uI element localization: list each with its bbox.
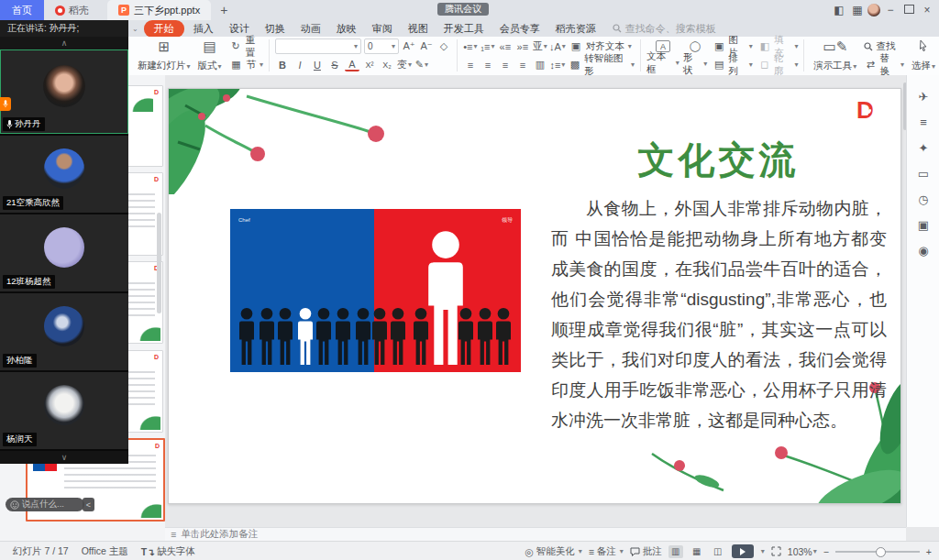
ribbon-tab-docer-resources[interactable]: 稻壳资源 [550,22,602,36]
justify-icon[interactable]: ≡ [515,58,530,71]
export-image-icon[interactable]: ▣ [916,218,931,233]
ribbon-tab-view[interactable]: 视图 [403,22,434,36]
minimize-button[interactable]: − [882,4,899,16]
replace-button[interactable]: ⇄替换▾ [864,57,904,72]
layout-button[interactable]: ▤ 版式▾ [194,37,226,74]
italic-button[interactable]: I [293,58,307,71]
comments-button[interactable]: 批注 [630,545,662,558]
clear-format-icon[interactable]: ◇ [436,39,451,53]
ribbon-tab-insert[interactable]: 插入 [188,22,219,36]
slide-sorter-view-button[interactable]: ▦ [690,545,704,558]
decrease-font-icon[interactable]: A⁻ [419,39,434,53]
window-grid-icon[interactable]: ▦ [849,4,866,16]
increase-indent-icon[interactable]: »≡ [515,39,530,53]
numbered-list-icon[interactable]: ₁≡▾ [481,39,495,53]
reading-view-button[interactable]: ◫ [711,545,725,558]
ribbon-tab-slideshow[interactable]: 放映 [331,22,362,36]
subscript-button[interactable]: X₂ [380,58,394,71]
notes-toggle-button[interactable]: ≡备注▾ [589,545,624,558]
new-tab-button[interactable]: + [211,3,237,17]
seal-icon[interactable]: ◉ [916,244,931,258]
line-spacing-icon[interactable]: ↕≡▾ [550,58,565,71]
underline-button[interactable]: U [310,58,325,71]
ribbon-tab-devtools[interactable]: 开发工具 [438,22,490,36]
fit-window-icon[interactable] [771,546,781,556]
text-box-button[interactable]: 文本框▾ [646,55,679,71]
zoom-level-button[interactable]: 103%▾ [788,546,817,557]
arrange-button[interactable]: ▤排列▾ [713,57,753,72]
superscript-button[interactable]: X² [362,58,377,71]
chat-input[interactable]: 说点什么... [6,498,84,511]
ribbon-tab-transition[interactable]: 切换 [260,22,291,36]
timer-icon[interactable]: ◷ [916,192,931,207]
select-button[interactable]: 选择▾ [908,37,939,74]
ribbon-tab-animation[interactable]: 动画 [295,22,326,36]
zoom-slider[interactable] [835,551,920,553]
chat-collapse-button[interactable]: < [83,498,94,511]
tab-docer[interactable]: 稻壳 [44,0,100,20]
comparison-pictogram-image[interactable]: Chef 领导 [230,209,521,372]
to-smartart-button[interactable]: ▩转智能图形▾ [569,57,635,72]
font-name-select[interactable]: ▾ [275,38,361,54]
close-button[interactable]: × [919,4,935,16]
text-direction-icon[interactable]: ↓A▾ [550,39,565,53]
assistant-icon[interactable]: ✈ [916,90,931,104]
participant-tile[interactable]: 21空乘高欣然 [0,136,128,214]
play-options-caret[interactable]: ▾ [761,547,765,555]
font-color-button[interactable]: A [345,58,359,71]
slide-title[interactable]: 文化交流 [551,135,886,185]
slide-canvas[interactable]: D 文化交流 从食物上，外国人非常排斥动物内脏，而 中国恰恰是能把动物身上所有地… [168,88,901,504]
slideshow-play-button[interactable] [732,544,754,558]
align-center-icon[interactable]: ≡ [481,58,495,71]
bullet-list-icon[interactable]: •≡▾ [463,39,478,53]
tab-home[interactable]: 首页 [0,0,44,20]
maximize-button[interactable] [900,4,917,16]
tab-document[interactable]: P 三下乡ppt.pptx [107,0,211,20]
mic-status-badge[interactable] [0,97,11,111]
user-avatar[interactable] [867,4,880,16]
participant-tile[interactable]: 杨润天 [0,372,128,451]
bold-button[interactable]: B [275,58,290,71]
tencent-meeting-pill[interactable]: 腾讯会议 [437,3,489,16]
collapse-down-icon[interactable]: ∨ [0,451,128,464]
theme-name[interactable]: Office 主题 [82,545,128,558]
char-align-icon[interactable]: 亚▾ [533,39,547,53]
align-right-icon[interactable]: ≡ [498,58,513,71]
ribbon-tab-review[interactable]: 审阅 [367,22,398,36]
font-size-select[interactable]: 0▾ [364,38,399,54]
participant-tile[interactable]: 孙柏隆 [0,293,128,372]
smart-beautify-button[interactable]: ◎智能美化▾ [525,545,581,558]
reset-button[interactable]: ↻重置 [229,38,264,54]
single-window-icon[interactable]: ◧ [831,4,847,16]
ribbon-tab-member[interactable]: 会员专享 [494,22,546,36]
effects-icon[interactable]: ✦ [916,141,931,156]
text-effect-icon[interactable]: 变▾ [397,58,412,71]
align-left-icon[interactable]: ≡ [463,58,478,71]
decrease-indent-icon[interactable]: «≡ [498,39,513,53]
new-slide-button[interactable]: ⊞ 新建幻灯片▾ [134,37,194,74]
zoom-in-button[interactable]: + [926,546,932,557]
participant-tile[interactable]: 12班杨超然 [0,214,128,293]
collapse-up-icon[interactable]: ∧ [0,37,128,49]
zoom-slider-knob[interactable] [876,547,886,557]
participant-tile[interactable]: 孙丹丹 [0,49,128,136]
layout-pane-icon[interactable]: ▭ [916,167,931,181]
quick-access-caret-icon[interactable]: ⌄ [132,25,138,33]
columns-icon[interactable]: ▥ [533,58,547,71]
thumbnail-scrollbar[interactable] [157,213,161,313]
present-tools-button[interactable]: ▭✎ 演示工具▾ [810,37,860,74]
slide-body-text[interactable]: 从食物上，外国人非常排斥动物内脏，而 中国恰恰是能把动物身上所有地方都变成美食的… [551,193,887,435]
shapes-button[interactable]: 形状▾ [683,56,707,71]
highlight-icon[interactable]: ✎▾ [414,58,429,71]
notes-bar[interactable]: ≡ 单击此处添加备注 [165,527,906,541]
section-button[interactable]: ▦节▾ [229,57,264,72]
properties-icon[interactable]: ≡ [916,115,931,130]
strikethrough-button[interactable]: S [327,58,342,71]
increase-font-icon[interactable]: A⁺ [402,39,416,53]
missing-font-button[interactable]: T↴ 缺失字体 [141,545,195,558]
command-search[interactable]: 查找命令、搜索模板 [613,22,716,36]
outline-button[interactable]: ◻轮廓▾ [758,57,799,72]
ribbon-tab-home[interactable]: 开始 [144,20,184,38]
zoom-out-button[interactable]: − [823,546,829,557]
normal-view-button[interactable]: ▥ [668,545,683,558]
